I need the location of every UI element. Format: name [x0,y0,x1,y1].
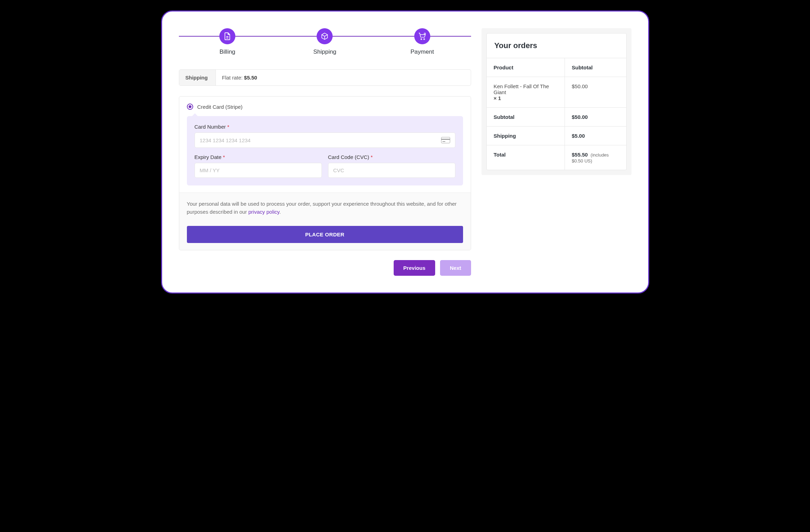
step-shipping[interactable]: Shipping [276,28,373,55]
step-billing[interactable]: Billing [179,28,276,55]
expiry-label: Expiry Date * [195,154,322,160]
orders-panel: Your orders Product Subtotal Ken Follett… [482,28,631,175]
order-line-item: Ken Follett - Fall Of The Giant × 1 $50.… [487,77,626,108]
cvc-label: Card Code (CVC) * [328,154,455,160]
orders-title: Your orders [494,41,619,50]
next-button[interactable]: Next [440,260,471,276]
svg-point-0 [421,39,422,40]
privacy-text: Your personal data will be used to proce… [187,200,463,216]
card-number-input-wrap [195,132,455,148]
step-label: Shipping [276,48,373,55]
order-item-price: $50.00 [565,77,626,107]
orders-header-row: Product Subtotal [487,58,626,77]
order-item-name-cell: Ken Follett - Fall Of The Giant × 1 [487,77,565,107]
checkout-frame: Billing Shipping [161,10,649,294]
step-label: Billing [179,48,276,55]
required-mark: * [227,124,229,130]
order-subtotal-row: Subtotal $50.00 [487,108,626,127]
credit-card-panel: Card Number * Expiry Date * [187,116,463,185]
shipping-bar-value: Flat rate: $5.50 [216,70,264,85]
order-subtotal-label: Subtotal [487,108,565,126]
orders-col-product: Product [487,58,565,77]
layout: Billing Shipping [179,28,631,276]
cvc-field: Card Code (CVC) * [328,154,455,178]
package-icon [317,28,333,44]
card-number-label: Card Number * [195,124,455,130]
document-icon [219,28,235,44]
privacy-box: Your personal data will be used to proce… [179,192,471,250]
credit-card-icon [441,137,450,143]
nav-buttons: Previous Next [179,260,471,276]
payment-method-stripe[interactable]: Credit Card (Stripe) [187,104,463,110]
order-subtotal-value: $50.00 [565,108,626,126]
order-item-name: Ken Follett - Fall Of The Giant [494,83,549,95]
order-total-label: Total [487,145,565,170]
card-number-input[interactable] [200,137,438,143]
expiry-field: Expiry Date * [195,154,322,178]
place-order-button[interactable]: PLACE ORDER [187,226,463,243]
radio-checked-icon [187,104,193,110]
step-payment[interactable]: Payment [373,28,471,55]
cart-plus-icon [414,28,430,44]
order-shipping-row: Shipping $5.00 [487,127,626,145]
shipping-rate-prefix: Flat rate: [222,75,244,81]
order-total-row: Total $55.50 (includes $0.50 US) [487,145,626,170]
shipping-bar-label: Shipping [179,70,216,85]
svg-point-1 [424,39,425,40]
step-label: Payment [373,48,471,55]
shipping-summary-bar: Shipping Flat rate: $5.50 [179,69,471,86]
main-column: Billing Shipping [179,28,471,276]
required-mark: * [371,154,373,160]
payment-section: Credit Card (Stripe) Card Number * [179,96,471,250]
privacy-policy-link[interactable]: privacy policy [248,209,279,215]
card-number-field: Card Number * [195,124,455,148]
order-shipping-label: Shipping [487,127,565,145]
shipping-rate-value: $5.50 [244,75,257,81]
order-shipping-value: $5.00 [565,127,626,145]
sidebar: Your orders Product Subtotal Ken Follett… [482,28,631,276]
expiry-input[interactable] [200,167,317,173]
checkout-stepper: Billing Shipping [179,28,471,55]
required-mark: * [223,154,225,160]
payment-method-label: Credit Card (Stripe) [197,104,243,110]
orders-col-subtotal: Subtotal [565,58,626,77]
order-total-value: $55.50 [572,152,588,158]
orders-header: Your orders [486,33,627,58]
cvc-input[interactable] [333,167,450,173]
orders-table: Product Subtotal Ken Follett - Fall Of T… [486,58,627,170]
order-total-cell: $55.50 (includes $0.50 US) [565,145,626,170]
previous-button[interactable]: Previous [394,260,435,276]
order-item-qty: × 1 [494,95,501,101]
